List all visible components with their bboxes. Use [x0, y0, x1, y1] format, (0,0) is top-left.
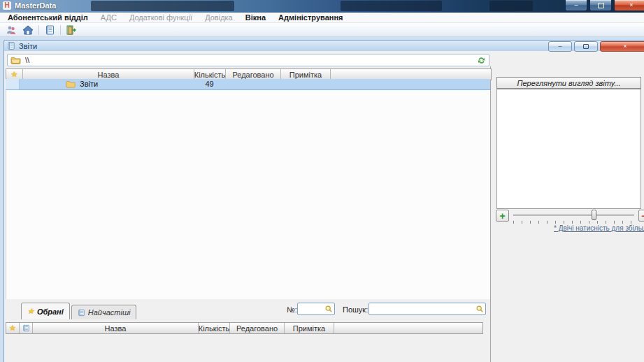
number-field[interactable] [297, 303, 335, 315]
exit-button[interactable] [63, 23, 80, 37]
reports-button[interactable] [41, 23, 58, 37]
panel-divider [490, 66, 491, 362]
zoom-slider-thumb[interactable] [592, 210, 596, 220]
row-selection-indicator [6, 79, 20, 89]
search-icon[interactable] [324, 305, 333, 313]
folder-icon [66, 80, 76, 88]
home-icon [22, 24, 34, 36]
column-favorite[interactable]: ★ [6, 69, 23, 80]
toolbar-separator [60, 25, 61, 35]
background-window-fragment [489, 1, 533, 11]
preview-report-button[interactable]: Переглянути вигляд звіту... [496, 77, 641, 89]
zoom-out-button[interactable]: − [638, 210, 644, 222]
column-note[interactable]: Примітка [281, 69, 331, 80]
toolbar-separator [38, 25, 39, 35]
number-input[interactable] [299, 304, 326, 315]
minus-icon: − [641, 211, 644, 221]
refresh-icon[interactable] [477, 56, 486, 65]
tab-label: Обрані [37, 307, 64, 316]
menu-bar: Абонентський відділ АДС Додаткові функці… [0, 13, 644, 23]
column-label: Кількість [194, 71, 225, 79]
application-window: H MasterData – × Абонентський відділ АДС… [0, 0, 644, 362]
menu-extra-functions[interactable]: Додаткові функції [123, 13, 199, 22]
menu-subscriber-dept[interactable]: Абонентський відділ [1, 13, 94, 22]
column-count[interactable]: Кількість [199, 323, 230, 333]
row-name: Звіти [80, 80, 98, 88]
restore-icon [583, 44, 589, 49]
close-button[interactable]: × [614, 0, 644, 11]
reports-restore-button[interactable] [574, 41, 598, 52]
tab-most-frequent[interactable]: Найчастіші [71, 305, 137, 319]
notebook-icon [22, 324, 30, 332]
favorites-tabs: ★ Обрані Найчастіші [21, 303, 136, 319]
zoom-slider-track[interactable] [513, 215, 634, 216]
column-edited[interactable]: Редаговано [226, 69, 281, 80]
home-button[interactable] [20, 23, 36, 37]
folder-icon [10, 56, 21, 64]
reports-minimize-button[interactable]: – [548, 41, 572, 52]
star-icon: ★ [11, 71, 18, 78]
column-label: Назва [105, 324, 127, 333]
preview-button-label: Переглянути вигляд звіту... [517, 79, 620, 87]
close-icon: × [623, 43, 627, 50]
reports-close-button[interactable]: × [600, 41, 644, 52]
zoom-in-button[interactable]: + [496, 210, 509, 222]
window-title: MasterData [15, 1, 56, 10]
toolbar [0, 23, 644, 37]
column-type[interactable] [20, 323, 33, 333]
zoom-hint-link[interactable]: * Двічі натисність для збільшен [554, 224, 644, 232]
menu-windows[interactable]: Вікна [239, 13, 272, 22]
reports-table-body [6, 68, 491, 299]
report-window-icon [7, 41, 15, 50]
column-label: Примітка [293, 324, 325, 333]
tab-label: Найчастіші [88, 308, 131, 317]
search-input[interactable] [371, 304, 475, 315]
background-window-fragment [91, 1, 234, 11]
zoom-slider-ticks [513, 221, 636, 224]
search-icon[interactable] [475, 305, 484, 313]
tab-favorites[interactable]: ★ Обрані [21, 303, 70, 319]
column-filler [331, 69, 491, 80]
path-bar[interactable]: \\ [7, 54, 489, 66]
favorites-table-header: ★ Назва Кількість Редаговано Примітка [6, 322, 483, 334]
column-label: Примітка [289, 71, 322, 79]
column-label: Редаговано [236, 324, 278, 333]
app-icon: H [3, 1, 11, 10]
report-preview-area[interactable] [496, 89, 641, 209]
minimize-button[interactable]: – [565, 0, 587, 11]
maximize-button[interactable] [589, 0, 612, 11]
plus-icon: + [499, 211, 505, 221]
minimize-icon: – [574, 2, 578, 8]
column-filler [334, 323, 482, 333]
background-window-fragment [341, 1, 442, 11]
star-icon: ★ [27, 307, 34, 315]
column-count[interactable]: Кількість [194, 69, 226, 80]
column-note[interactable]: Примітка [285, 323, 334, 333]
close-icon: × [629, 2, 633, 8]
maximize-icon [598, 3, 604, 8]
column-name[interactable]: Назва [33, 323, 199, 333]
row-count: 49 [194, 80, 225, 88]
window-titlebar: H MasterData [0, 0, 644, 13]
column-label: Назва [98, 71, 120, 79]
column-label: Редаговано [232, 71, 273, 79]
minimize-icon: – [558, 43, 561, 50]
column-favorite[interactable]: ★ [6, 323, 20, 333]
notebook-icon [78, 309, 85, 317]
search-label: Пошук: [343, 305, 368, 314]
menu-help[interactable]: Довідка [199, 13, 239, 22]
menu-ads[interactable]: АДС [94, 13, 123, 22]
table-row-zvity[interactable]: Звіти 49 [6, 79, 490, 90]
column-label: Кількість [199, 324, 229, 333]
reports-window-title: Звіти [19, 42, 37, 50]
users-icon [6, 24, 17, 36]
number-label: №: [287, 305, 297, 314]
notebook-icon [44, 24, 55, 36]
exit-door-icon [66, 24, 77, 36]
subscribers-button[interactable] [3, 23, 20, 37]
column-name[interactable]: Назва [23, 69, 194, 80]
search-field[interactable] [368, 303, 486, 315]
menu-administration[interactable]: Адміністрування [272, 13, 349, 22]
star-icon: ★ [9, 324, 16, 332]
column-edited[interactable]: Редаговано [230, 323, 285, 333]
